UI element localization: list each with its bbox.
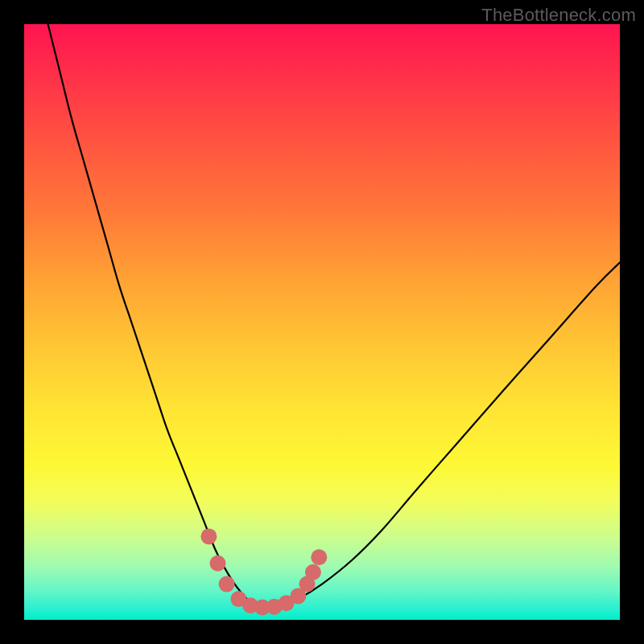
curve-layer: [24, 24, 620, 620]
plot-area: [24, 24, 620, 620]
marker-dot: [200, 528, 217, 544]
optimal-range-markers: [200, 528, 327, 615]
marker-dot: [311, 549, 327, 565]
bottleneck-curve: [48, 24, 620, 608]
watermark-text: TheBottleneck.com: [481, 5, 636, 26]
marker-dot: [305, 564, 321, 580]
marker-dot: [210, 555, 226, 572]
marker-dot: [219, 576, 235, 592]
chart-frame: TheBottleneck.com: [0, 0, 644, 644]
